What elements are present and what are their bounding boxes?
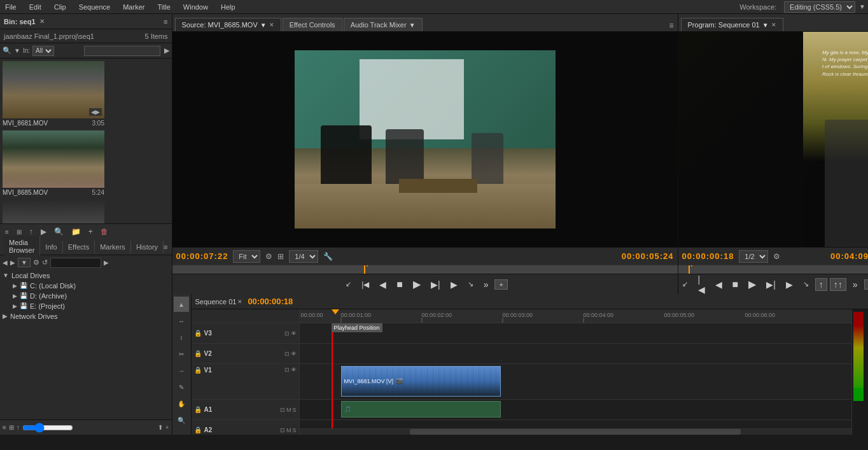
source-fit-select[interactable]: Fit xyxy=(233,250,260,263)
program-mark-in-btn[interactable]: ↙ xyxy=(678,279,692,290)
program-lift-btn[interactable]: ↑ xyxy=(815,278,827,291)
sync-a1-icon[interactable]: ⊡ xyxy=(280,407,285,413)
menu-help[interactable]: Help xyxy=(218,2,238,12)
tool-ripple[interactable]: ↔ xyxy=(174,313,189,328)
bin-close[interactable]: ✕ xyxy=(39,18,45,25)
source-safe-icon[interactable]: 🔧 xyxy=(323,252,333,261)
new-item-btn[interactable]: + xyxy=(86,226,95,237)
browser-search-go[interactable]: ▶ xyxy=(104,259,109,266)
tool-rate-stretch[interactable]: ↕ xyxy=(174,330,189,345)
drive-c[interactable]: ▶ 💾 C: (Local Disk) xyxy=(13,281,169,291)
lock-v3-icon[interactable]: 🔒 xyxy=(194,330,202,337)
workspace-dropdown-icon[interactable]: ▼ xyxy=(859,3,865,10)
search-go-icon[interactable]: ▶ xyxy=(164,46,169,55)
sync-v1-icon[interactable]: ⊡ xyxy=(284,367,290,373)
tab-info[interactable]: Info xyxy=(40,241,62,253)
search-input[interactable] xyxy=(84,46,160,56)
menu-sequence[interactable]: Sequence xyxy=(76,2,113,12)
solo-a1-icon[interactable]: S xyxy=(293,407,297,413)
browser-back-btn[interactable]: ◀ xyxy=(3,259,8,266)
panel-bottom-menu[interactable]: ≡ xyxy=(164,243,167,251)
clip-item-0[interactable]: ◀▶ MVI_8681.MOV 3:05 xyxy=(3,61,104,128)
menu-clip[interactable]: Clip xyxy=(52,2,69,12)
tool-pen[interactable]: ✎ xyxy=(174,379,189,395)
source-mark-out-btn[interactable]: ↘ xyxy=(464,279,477,290)
bl-list-icon[interactable]: ≡ xyxy=(3,424,6,431)
drive-d[interactable]: ▶ 💾 D: (Archive) xyxy=(13,291,169,301)
source-goto-in-btn[interactable]: |◀ xyxy=(358,279,373,290)
browser-forward-btn[interactable]: ▶ xyxy=(10,259,15,266)
tool-hand[interactable]: ✋ xyxy=(174,396,189,411)
bl-grid-icon[interactable]: ⊞ xyxy=(9,424,14,431)
find-btn[interactable]: 🔍 xyxy=(52,226,66,237)
program-extract-btn[interactable]: ↑↑ xyxy=(830,278,846,291)
tool-razor[interactable]: ✂ xyxy=(174,346,189,362)
bl-sort-icon[interactable]: ↑ xyxy=(17,424,20,431)
lock-v1-icon[interactable]: 🔒 xyxy=(194,367,202,374)
clip-item-2[interactable]: MVI_8684.MOV 3:20 xyxy=(3,200,104,223)
source-zoom-select[interactable]: 1/4 xyxy=(289,250,318,263)
program-stop-btn[interactable]: ■ xyxy=(729,278,743,292)
bl-expand-icon[interactable]: ⬆ xyxy=(158,424,163,431)
sync-a2-icon[interactable]: ⊡ xyxy=(280,427,285,433)
program-tab[interactable]: Program: Sequence 01 ▼ ✕ xyxy=(681,18,783,31)
program-extra-btn[interactable]: + xyxy=(864,279,868,290)
source-goto-out-btn[interactable]: ▶ xyxy=(447,278,461,291)
mute-a2-icon[interactable]: M xyxy=(286,427,291,433)
browser-refresh-icon[interactable]: ↺ xyxy=(42,258,48,267)
program-fit-select[interactable]: 1/2 xyxy=(739,250,768,263)
source-play-btn[interactable]: ▶ xyxy=(409,277,424,292)
sequence-tab-close[interactable]: ✕ xyxy=(237,299,242,305)
menu-window[interactable]: Window xyxy=(181,2,211,12)
new-folder-btn[interactable]: 📁 xyxy=(69,226,83,237)
timeline-h-scrollbar[interactable] xyxy=(300,428,851,435)
program-scrubber[interactable] xyxy=(678,265,868,274)
source-settings-icon[interactable]: ⚙ xyxy=(265,252,272,261)
source-tab-close[interactable]: ✕ xyxy=(269,22,274,28)
lock-a2-icon[interactable]: 🔒 xyxy=(194,426,202,433)
program-step-back-btn[interactable]: ◀ xyxy=(711,278,726,291)
lock-a1-icon[interactable]: 🔒 xyxy=(194,406,202,413)
source-step-back-btn[interactable]: ◀ xyxy=(375,278,390,291)
audio-mixer-tab[interactable]: Audio Track Mixer ▼ xyxy=(344,18,423,31)
source-tab-dropdown[interactable]: ▼ xyxy=(260,22,267,29)
program-play-btn[interactable]: ▶ xyxy=(745,277,760,292)
menu-marker[interactable]: Marker xyxy=(120,2,147,12)
timeline-ruler[interactable]: 00:00:00 00:00:01:00 00:00:02:00 00:00:0… xyxy=(300,309,851,323)
menu-file[interactable]: File xyxy=(3,2,19,12)
menu-edit[interactable]: Edit xyxy=(27,2,44,12)
program-tab-close[interactable]: ✕ xyxy=(771,22,776,28)
icon-view-btn[interactable]: ⊞ xyxy=(14,227,24,237)
clip-item-1[interactable]: MVI_8685.MOV 5:24 xyxy=(3,130,104,197)
effect-controls-tab[interactable]: Effect Controls xyxy=(283,18,342,31)
source-stop-btn[interactable]: ■ xyxy=(393,278,407,292)
tool-slip[interactable]: → xyxy=(174,363,189,378)
eye-v2-icon[interactable]: 👁 xyxy=(291,351,297,357)
tab-effects[interactable]: Effects xyxy=(63,241,95,253)
audio-mixer-tab-dropdown[interactable]: ▼ xyxy=(409,22,416,29)
list-view-btn[interactable]: ≡ xyxy=(3,227,11,237)
workspace-select[interactable]: Editing (CSS5.5) xyxy=(784,1,855,13)
program-settings-icon[interactable]: ⚙ xyxy=(773,252,780,261)
program-mark-out-btn[interactable]: ↘ xyxy=(799,279,813,290)
source-tab[interactable]: Source: MVI_8685.MOV ▼ ✕ xyxy=(175,18,281,31)
tool-zoom[interactable]: 🔍 xyxy=(174,412,189,428)
menu-title[interactable]: Title xyxy=(155,2,172,12)
source-panel-menu[interactable]: ≡ xyxy=(668,20,675,31)
sync-v3-icon[interactable]: ⊡ xyxy=(284,330,290,337)
in-select[interactable]: All xyxy=(32,46,54,56)
delete-btn[interactable]: 🗑 xyxy=(98,226,111,237)
source-mark-in-btn[interactable]: ↙ xyxy=(342,279,355,290)
a1-clip[interactable]: 🎵 xyxy=(341,401,501,418)
source-markers-icon[interactable]: ⊞ xyxy=(277,252,284,261)
solo-a2-icon[interactable]: S xyxy=(293,427,297,433)
eye-v3-icon[interactable]: 👁 xyxy=(291,330,297,337)
eye-v1-icon[interactable]: 👁 xyxy=(291,367,297,373)
browser-search-input[interactable] xyxy=(50,258,101,268)
program-tab-dropdown[interactable]: ▼ xyxy=(762,22,769,29)
browser-filter-icon[interactable]: ⚙ xyxy=(33,258,39,267)
sync-v2-icon[interactable]: ⊡ xyxy=(284,351,290,357)
program-step-fwd-btn[interactable]: ▶| xyxy=(762,278,780,291)
program-goto-out-btn[interactable]: ▶ xyxy=(782,278,797,291)
v1-clip[interactable]: MVI_8681.MOV [V] 🎬 xyxy=(341,366,501,397)
